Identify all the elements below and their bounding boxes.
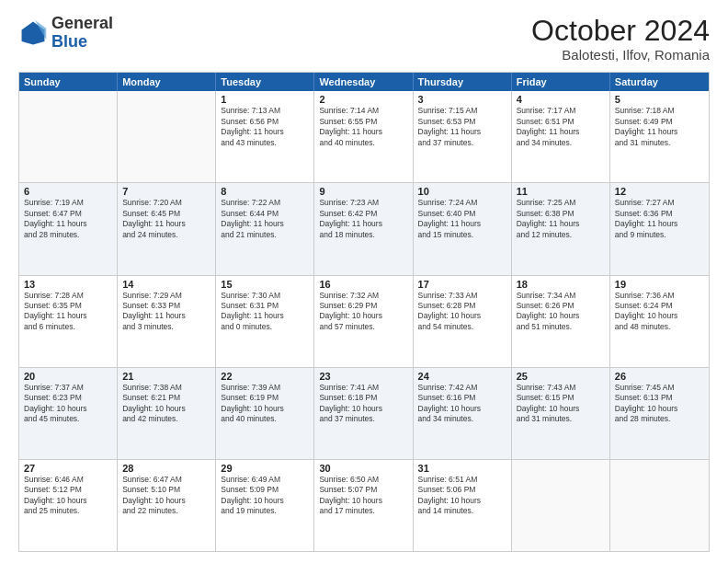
- cell-line: and 21 minutes.: [221, 230, 309, 240]
- day-number: 29: [221, 463, 309, 474]
- cell-line: Sunrise: 7:39 AM: [221, 383, 309, 393]
- cell-line: and 51 minutes.: [517, 322, 605, 332]
- calendar-cell-4-0: 27Sunrise: 6:46 AMSunset: 5:12 PMDayligh…: [19, 460, 118, 551]
- cell-line: Sunset: 6:16 PM: [418, 393, 506, 403]
- cell-line: Sunset: 6:24 PM: [615, 301, 704, 311]
- cell-line: Sunset: 6:36 PM: [615, 209, 704, 219]
- cell-line: and 3 minutes.: [122, 322, 210, 332]
- calendar-row-0: 1Sunrise: 7:13 AMSunset: 6:56 PMDaylight…: [19, 91, 709, 183]
- day-number: 31: [418, 463, 506, 474]
- calendar-cell-2-1: 14Sunrise: 7:29 AMSunset: 6:33 PMDayligh…: [118, 276, 216, 367]
- calendar-row-1: 6Sunrise: 7:19 AMSunset: 6:47 PMDaylight…: [19, 183, 709, 275]
- cell-line: and 9 minutes.: [615, 230, 704, 240]
- day-number: 20: [24, 371, 112, 382]
- day-number: 2: [319, 94, 407, 105]
- cell-line: Sunrise: 7:38 AM: [122, 383, 210, 393]
- cell-line: Sunset: 5:09 PM: [221, 485, 309, 495]
- day-number: 21: [122, 371, 210, 382]
- cell-line: Sunrise: 7:37 AM: [24, 383, 112, 393]
- cell-line: Sunrise: 6:47 AM: [122, 475, 210, 485]
- cell-line: Sunrise: 7:23 AM: [319, 198, 407, 208]
- calendar-cell-3-4: 24Sunrise: 7:42 AMSunset: 6:16 PMDayligh…: [414, 368, 512, 459]
- cell-line: Sunrise: 7:13 AM: [221, 106, 309, 116]
- cell-line: and 19 minutes.: [221, 506, 309, 516]
- cell-line: Daylight: 10 hours: [319, 404, 407, 414]
- cell-line: Daylight: 11 hours: [319, 219, 407, 229]
- cell-line: Sunset: 6:44 PM: [221, 209, 309, 219]
- day-number: 7: [122, 186, 210, 197]
- calendar-cell-0-3: 2Sunrise: 7:14 AMSunset: 6:55 PMDaylight…: [314, 91, 413, 182]
- cell-line: and 0 minutes.: [221, 322, 309, 332]
- cell-line: Sunrise: 7:25 AM: [517, 198, 605, 208]
- header-day-wednesday: Wednesday: [314, 73, 413, 91]
- cell-line: Sunset: 6:53 PM: [418, 117, 506, 127]
- calendar-row-3: 20Sunrise: 7:37 AMSunset: 6:23 PMDayligh…: [19, 368, 709, 460]
- calendar-cell-4-3: 30Sunrise: 6:50 AMSunset: 5:07 PMDayligh…: [314, 460, 413, 551]
- calendar-cell-3-5: 25Sunrise: 7:43 AMSunset: 6:15 PMDayligh…: [512, 368, 610, 459]
- calendar-cell-4-6: [610, 460, 709, 551]
- header-day-thursday: Thursday: [414, 73, 512, 91]
- calendar-cell-3-0: 20Sunrise: 7:37 AMSunset: 6:23 PMDayligh…: [19, 368, 118, 459]
- calendar-cell-4-4: 31Sunrise: 6:51 AMSunset: 5:06 PMDayligh…: [414, 460, 512, 551]
- cell-line: Sunrise: 7:43 AM: [517, 383, 605, 393]
- cell-line: Sunrise: 6:50 AM: [319, 475, 407, 485]
- cell-line: Sunset: 6:26 PM: [517, 301, 605, 311]
- calendar-cell-3-2: 22Sunrise: 7:39 AMSunset: 6:19 PMDayligh…: [216, 368, 314, 459]
- day-number: 4: [517, 94, 605, 105]
- cell-line: Sunset: 5:06 PM: [418, 485, 506, 495]
- day-number: 18: [517, 279, 605, 290]
- calendar-cell-2-3: 16Sunrise: 7:32 AMSunset: 6:29 PMDayligh…: [314, 276, 413, 367]
- calendar-subtitle: Balotesti, Ilfov, Romania: [531, 47, 710, 63]
- cell-line: Daylight: 10 hours: [418, 311, 506, 321]
- cell-line: Daylight: 10 hours: [221, 496, 309, 506]
- calendar: SundayMondayTuesdayWednesdayThursdayFrid…: [18, 72, 710, 552]
- day-number: 5: [615, 94, 704, 105]
- cell-line: Sunset: 6:18 PM: [319, 393, 407, 403]
- day-number: 17: [418, 279, 506, 290]
- day-number: 28: [122, 463, 210, 474]
- calendar-cell-4-5: [512, 460, 610, 551]
- calendar-cell-0-6: 5Sunrise: 7:18 AMSunset: 6:49 PMDaylight…: [610, 91, 709, 182]
- calendar-cell-0-2: 1Sunrise: 7:13 AMSunset: 6:56 PMDaylight…: [216, 91, 314, 182]
- cell-line: Sunset: 6:49 PM: [615, 117, 704, 127]
- cell-line: Sunset: 6:42 PM: [319, 209, 407, 219]
- cell-line: Sunset: 6:13 PM: [615, 393, 704, 403]
- cell-line: Sunrise: 6:51 AM: [418, 475, 506, 485]
- cell-line: Daylight: 10 hours: [24, 404, 112, 414]
- calendar-cell-2-4: 17Sunrise: 7:33 AMSunset: 6:28 PMDayligh…: [414, 276, 512, 367]
- cell-line: Daylight: 10 hours: [319, 311, 407, 321]
- cell-line: Sunrise: 7:14 AM: [319, 106, 407, 116]
- header-day-tuesday: Tuesday: [216, 73, 314, 91]
- cell-line: Sunset: 6:15 PM: [517, 393, 605, 403]
- cell-line: and 40 minutes.: [221, 414, 309, 424]
- cell-line: and 48 minutes.: [615, 322, 704, 332]
- calendar-cell-2-6: 19Sunrise: 7:36 AMSunset: 6:24 PMDayligh…: [610, 276, 709, 367]
- logo-icon: [18, 18, 48, 48]
- cell-line: and 28 minutes.: [615, 414, 704, 424]
- cell-line: Sunrise: 7:32 AM: [319, 291, 407, 301]
- cell-line: and 54 minutes.: [418, 322, 506, 332]
- calendar-cell-4-1: 28Sunrise: 6:47 AMSunset: 5:10 PMDayligh…: [118, 460, 216, 551]
- cell-line: Sunrise: 6:46 AM: [24, 475, 112, 485]
- cell-line: Daylight: 10 hours: [517, 404, 605, 414]
- cell-line: Daylight: 10 hours: [517, 311, 605, 321]
- day-number: 16: [319, 279, 407, 290]
- day-number: 8: [221, 186, 309, 197]
- cell-line: Daylight: 11 hours: [517, 219, 605, 229]
- day-number: 30: [319, 463, 407, 474]
- cell-line: and 45 minutes.: [24, 414, 112, 424]
- cell-line: Sunrise: 7:42 AM: [418, 383, 506, 393]
- cell-line: Sunrise: 7:34 AM: [517, 291, 605, 301]
- cell-line: Sunrise: 7:33 AM: [418, 291, 506, 301]
- calendar-cell-1-3: 9Sunrise: 7:23 AMSunset: 6:42 PMDaylight…: [314, 183, 413, 274]
- calendar-cell-1-4: 10Sunrise: 7:24 AMSunset: 6:40 PMDayligh…: [414, 183, 512, 274]
- cell-line: and 18 minutes.: [319, 230, 407, 240]
- cell-line: Sunset: 6:29 PM: [319, 301, 407, 311]
- cell-line: Daylight: 10 hours: [615, 311, 704, 321]
- cell-line: Sunset: 6:38 PM: [517, 209, 605, 219]
- day-number: 15: [221, 279, 309, 290]
- cell-line: and 14 minutes.: [418, 506, 506, 516]
- cell-line: and 24 minutes.: [122, 230, 210, 240]
- cell-line: Sunset: 6:33 PM: [122, 301, 210, 311]
- calendar-cell-0-1: [118, 91, 216, 182]
